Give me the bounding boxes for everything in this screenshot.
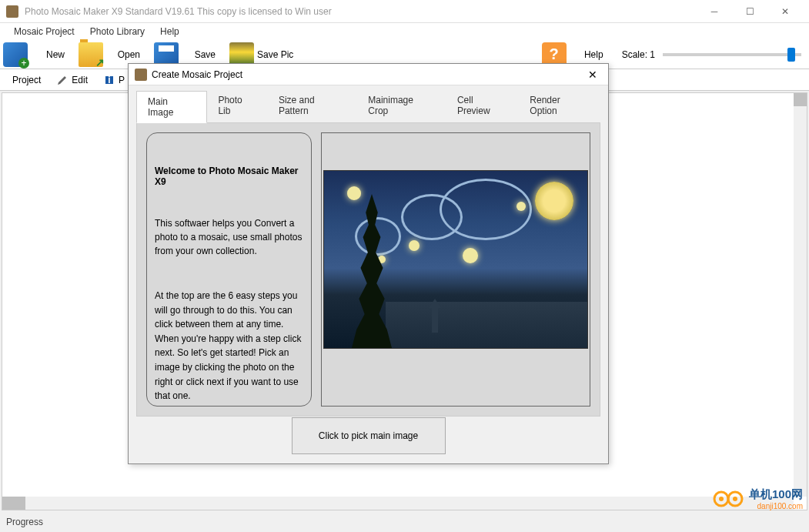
open-icon xyxy=(79,42,103,67)
pencil-icon xyxy=(56,74,69,86)
tab-photo-lib[interactable]: Photo Lib xyxy=(207,90,268,122)
save-pic-label: Save Pic xyxy=(257,49,298,60)
welcome-text-2: At the top are the 6 easy steps you will… xyxy=(155,289,303,403)
tab-render-option[interactable]: Render Option xyxy=(519,90,600,122)
pick-button-label: Click to pick main image xyxy=(319,430,418,441)
maximize-button[interactable]: ☐ xyxy=(732,0,767,23)
open-label: Open xyxy=(106,49,145,60)
new-icon xyxy=(3,42,28,67)
statusbar: Progress xyxy=(0,515,809,532)
welcome-panel: Welcome to Photo Mosaic Maker X9 This so… xyxy=(146,132,312,407)
dialog-titlebar: Create Mosaic Project ✕ xyxy=(129,64,608,85)
menu-help[interactable]: Help xyxy=(152,25,187,38)
svg-text:i: i xyxy=(108,75,110,85)
status-text: Progress xyxy=(6,517,43,527)
close-button[interactable]: ✕ xyxy=(767,0,803,23)
help-label: Help xyxy=(570,49,608,60)
scale-control: Scale: 1 xyxy=(614,49,809,60)
menu-mosaic-project[interactable]: Mosaic Project xyxy=(6,25,82,38)
info-icon: i xyxy=(103,74,115,86)
svg-point-5 xyxy=(733,497,737,501)
vertical-scrollbar[interactable] xyxy=(794,93,807,497)
dialog-tabs: Main Image Photo Lib Size and Pattern Ma… xyxy=(129,85,608,122)
window-title: Photo Mosaic Maker X9 Standard V19.61 Th… xyxy=(25,6,697,17)
tab-mainimage-crop[interactable]: Mainimage Crop xyxy=(357,90,446,122)
project-tab[interactable]: Project xyxy=(6,73,47,87)
watermark-logo-icon xyxy=(712,490,746,508)
welcome-title: Welcome to Photo Mosaic Maker X9 xyxy=(155,166,303,187)
main-image-preview[interactable] xyxy=(321,132,590,407)
edit-tab[interactable]: Edit xyxy=(50,72,94,88)
p-tab[interactable]: i P xyxy=(97,72,131,88)
horizontal-scrollbar[interactable] xyxy=(2,497,794,510)
save-label: Save xyxy=(182,49,220,60)
tab-main-image[interactable]: Main Image xyxy=(136,91,207,123)
dialog-close-button[interactable]: ✕ xyxy=(583,69,602,81)
vscroll-thumb[interactable] xyxy=(794,93,807,106)
pick-main-image-button[interactable]: Click to pick main image xyxy=(292,417,446,454)
watermark-line1: 单机100网 xyxy=(749,487,803,500)
tab-panel: Welcome to Photo Mosaic Maker X9 This so… xyxy=(136,122,600,417)
minimize-button[interactable]: ─ xyxy=(697,0,732,23)
dialog-icon xyxy=(135,69,147,81)
dialog-title-text: Create Mosaic Project xyxy=(152,69,242,80)
watermark-line2: danji100.com xyxy=(749,502,803,510)
create-mosaic-dialog: Create Mosaic Project ✕ Main Image Photo… xyxy=(128,63,609,464)
watermark-text: 单机100网 danji100.com xyxy=(749,487,803,510)
window-controls: ─ ☐ ✕ xyxy=(697,0,803,23)
project-label: Project xyxy=(12,75,41,85)
window-titlebar: Photo Mosaic Maker X9 Standard V19.61 Th… xyxy=(0,0,809,23)
new-label: New xyxy=(31,49,69,60)
tab-cell-preview[interactable]: Cell Preview xyxy=(446,90,519,122)
scale-thumb[interactable] xyxy=(787,48,795,62)
new-button[interactable]: New xyxy=(1,42,75,68)
hscroll-thumb[interactable] xyxy=(2,497,25,510)
svg-point-3 xyxy=(719,497,724,501)
welcome-text-1: This softwaer helps you Convert a photo … xyxy=(155,216,303,258)
sample-image xyxy=(323,170,588,349)
p-label: P xyxy=(119,75,125,85)
scale-label: Scale: 1 xyxy=(622,49,655,60)
edit-label: Edit xyxy=(72,75,88,85)
tab-size-pattern[interactable]: Size and Pattern xyxy=(268,90,357,122)
scale-slider[interactable] xyxy=(663,53,801,56)
app-icon xyxy=(6,5,18,18)
watermark: 单机100网 danji100.com xyxy=(712,487,803,510)
menu-photo-library[interactable]: Photo Library xyxy=(82,25,152,38)
menubar: Mosaic Project Photo Library Help xyxy=(0,23,809,40)
